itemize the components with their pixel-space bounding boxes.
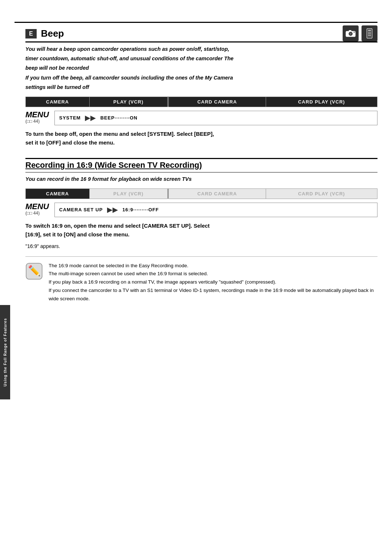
section-title-row: E Beep [25,28,377,39]
note-3: If you play back a 16:9 recording on a n… [49,278,377,286]
menu-content: SYSTEM ▶▶ BEEP·········ON [54,111,377,125]
menu-beep: BEEP·········ON [100,115,137,121]
mode-camera: CAMERA [26,97,90,107]
section2-subtitle-line [25,172,377,172]
main-content: E Beep You will hear a beep upon camcord… [25,28,377,303]
mode-card-camera: CARD CAMERA [168,97,266,107]
section-title: Beep [41,28,64,39]
beep-desc1: You will hear a beep upon camcorder oper… [25,45,377,53]
s2-mode-play-vcr: PLAY (VCR) [89,188,167,199]
svg-text:✏️: ✏️ [28,265,41,277]
svg-point-2 [350,33,352,35]
note-4: If you connect the camcorder to a TV wit… [49,286,377,303]
menu-label: MENU [25,111,54,119]
section2-menu-block: MENU (□□ 44) CAMERA SET UP ▶▶ 16:9······… [25,203,377,217]
menu-arrow: ▶▶ [85,114,96,122]
beep-desc2: timer countdown, automatic shut-off, and… [25,55,377,63]
beep-menu-block: MENU (□□ 44) SYSTEM ▶▶ BEEP·········ON [25,111,377,125]
s2-menu-camera-setup: CAMERA SET UP [59,207,103,212]
side-tab: Using the Full Range of Features [0,305,10,399]
camera-icon-box [343,25,359,41]
s2-menu-content: CAMERA SET UP ▶▶ 16:9·········OFF [54,203,377,217]
s2-menu-ref: (□□ 44) [25,211,40,216]
section-169: Recording in 16:9 (Wide Screen TV Record… [25,158,377,303]
section2-title-divider [25,158,377,159]
svg-point-8 [368,32,369,34]
side-tab-text: Using the Full Range of Features [3,318,8,386]
note-icon: ✏️ [25,263,43,280]
note-1: The 16:9 mode cannot be selected in the … [49,262,377,270]
section2-title: Recording in 16:9 (Wide Screen TV Record… [25,160,377,170]
s2-mode-card-camera: CARD CAMERA [168,188,266,199]
s2-mode-card-play-vcr: CARD PLAY (VCR) [266,188,377,199]
note-2: The multi-image screen cannot be used wh… [49,270,377,278]
section-label: E [25,29,37,38]
note-box: ✏️ The 16:9 mode cannot be selected in t… [25,256,377,304]
svg-point-11 [369,34,371,36]
menu-label-col: MENU (□□ 44) [25,111,54,124]
svg-rect-3 [349,30,351,32]
beep-mode-table: CAMERA PLAY (VCR) CARD CAMERA CARD PLAY … [25,97,377,107]
remote-icon-box [362,25,377,41]
menu-ref: (□□ 44) [25,119,40,124]
top-border [15,22,377,23]
mode-play-vcr: PLAY (VCR) [89,97,167,107]
beep-desc3: beep will not be recorded [25,64,377,72]
svg-point-9 [369,32,371,34]
section2-desc: You can record in the 16 9 format for pl… [25,175,377,183]
s2-menu-169: 16:9·········OFF [122,207,159,212]
beep-instruction: To turn the beep off, open the menu and … [25,130,377,147]
s2-mode-camera: CAMERA [26,188,90,199]
s2-menu-label-col: MENU (□□ 44) [25,203,54,216]
s2-menu-arrow: ▶▶ [107,206,118,214]
mode-card-play-vcr: CARD PLAY (VCR) [266,97,377,107]
appears-text: "16:9" appears. [25,243,377,249]
beep-desc5: settings will be turned off [25,84,377,92]
section-title-divider [25,41,377,42]
section-beep: E Beep You will hear a beep upon camcord… [25,28,377,147]
svg-point-10 [368,34,369,36]
beep-desc4: If you turn off the beep, all camcorder … [25,74,377,82]
menu-system: SYSTEM [59,115,81,121]
top-icons-area [343,25,377,41]
svg-rect-4 [354,32,355,33]
svg-rect-7 [368,30,371,31]
section2-mode-table: CAMERA PLAY (VCR) CARD CAMERA CARD PLAY … [25,188,377,199]
note-text-container: The 16:9 mode cannot be selected in the … [49,262,377,304]
page: Using the Full Range of Features E Beep … [0,22,392,557]
s2-menu-label: MENU [25,203,54,211]
section2-instruction: To switch 16:9 on, open the menu and sel… [25,221,377,239]
